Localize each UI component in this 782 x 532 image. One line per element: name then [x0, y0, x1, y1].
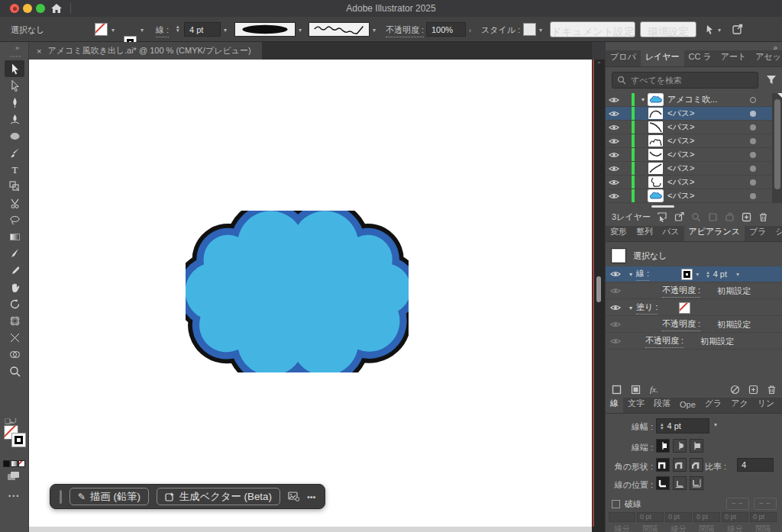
zoom-tool[interactable] — [5, 363, 24, 379]
make-mask-icon[interactable] — [674, 212, 684, 222]
tab-actions[interactable]: アク — [726, 395, 753, 413]
target-circle[interactable] — [745, 111, 761, 117]
layer-name[interactable]: <パス> — [667, 108, 745, 119]
layer-name[interactable]: <パス> — [667, 149, 745, 160]
stroke-weight-chevron[interactable]: ▾ — [736, 271, 739, 278]
layer-row[interactable]: <パス> — [606, 189, 772, 203]
select-similar-chevron[interactable]: ▾ — [718, 27, 721, 34]
close-tab-icon[interactable]: × — [37, 47, 41, 56]
pen-tool[interactable] — [5, 94, 24, 111]
tab-stroke[interactable]: 線 — [606, 395, 623, 413]
gap-field[interactable]: 0 pt — [637, 512, 664, 522]
tab-brushes[interactable]: ブラ — [745, 223, 771, 241]
preserve-dashes-button[interactable]: ╌ ╌ — [726, 498, 749, 510]
scroll-up-chevron[interactable]: ⌃ — [596, 61, 602, 68]
target-circle[interactable] — [745, 179, 761, 185]
stroke-swatch-chevron[interactable]: ▾ — [696, 271, 699, 278]
visibility-eye-icon[interactable] — [606, 270, 625, 278]
tab-align[interactable]: 整列 — [632, 223, 658, 241]
tab-artboards[interactable]: アート — [716, 48, 751, 66]
layer-name[interactable]: <パス> — [667, 190, 745, 202]
visibility-eye-icon[interactable] — [606, 151, 622, 159]
round-cap-button[interactable] — [673, 439, 687, 453]
tab-transform[interactable]: 変形 — [606, 223, 632, 241]
appearance-fill-opacity-row[interactable]: 不透明度 : 初期設定 — [606, 317, 782, 333]
gap-field[interactable]: 0 pt — [693, 512, 720, 522]
canvas-artboard[interactable]: ✎ 描画 (鉛筆) 生成ベクター (Beta) ••• — [29, 60, 592, 527]
visibility-eye-icon-dim[interactable] — [606, 321, 625, 328]
gradient-tool[interactable] — [5, 228, 24, 245]
artboard-tool[interactable] — [5, 312, 24, 329]
brush-definition-chevron[interactable]: ▾ — [373, 27, 376, 34]
screen-mode-icon[interactable] — [7, 471, 20, 482]
layers-scrollbar[interactable] — [772, 93, 782, 203]
tab-pathfinder[interactable]: パス — [658, 223, 684, 241]
align-dashes-button[interactable]: ╌ ╌ — [754, 498, 777, 510]
stroke-color-proxy[interactable] — [11, 433, 26, 447]
stroke-weight-stepper[interactable]: ▴▾ — [706, 270, 709, 278]
generate-vector-button[interactable]: 生成ベクター (Beta) — [157, 488, 280, 505]
tab-links[interactable]: リン — [753, 395, 780, 413]
canvas-scroll-thumb[interactable] — [596, 276, 601, 302]
appearance-object-opacity-row[interactable]: 不透明度 : 初期設定 — [606, 334, 782, 350]
layers-scroll-thumb[interactable] — [774, 99, 780, 189]
visibility-eye-icon[interactable] — [606, 96, 622, 104]
tab-cc-libraries[interactable]: CC ラ — [684, 48, 716, 66]
align-outside-button[interactable] — [690, 476, 703, 490]
dashed-line-checkbox[interactable] — [612, 500, 620, 508]
layer-name[interactable]: <パス> — [667, 176, 745, 188]
layer-row[interactable]: ▾ アメコミ吹... — [606, 93, 772, 107]
taskbar-drag-handle[interactable] — [60, 490, 62, 504]
selection-tool[interactable] — [5, 60, 24, 77]
color-button[interactable] — [3, 460, 10, 467]
appearance-stroke-opacity-row[interactable]: 不透明度 : 初期設定 — [606, 283, 782, 299]
weight-chevron[interactable]: ▾ — [714, 421, 717, 428]
shape-builder-tool[interactable] — [5, 178, 24, 195]
clear-appearance-icon[interactable] — [730, 385, 740, 395]
expand-chevron[interactable]: ▾ — [625, 305, 636, 311]
stroke-weight-stepper[interactable]: ▴▾ — [176, 24, 179, 32]
layers-horizontal-scroll-thumb[interactable] — [651, 205, 674, 208]
brush-definition-dropdown[interactable] — [309, 22, 370, 37]
width-profile-dropdown[interactable] — [234, 22, 296, 37]
layer-name[interactable]: <パス> — [667, 121, 745, 133]
target-circle[interactable] — [745, 138, 761, 144]
slice-tool[interactable] — [5, 329, 24, 346]
scissors-tool[interactable] — [5, 195, 24, 211]
stroke-panel-menu-icon[interactable]: ≡ — [779, 395, 782, 413]
rotate-view-tool[interactable] — [5, 295, 24, 312]
lasso-tool[interactable] — [5, 211, 24, 228]
opacity-row-label[interactable]: 不透明度 : — [662, 318, 700, 331]
knife-tool[interactable] — [5, 245, 24, 262]
dash-field[interactable] — [609, 512, 635, 522]
search-input[interactable] — [631, 74, 753, 86]
style-chevron[interactable]: ▾ — [539, 27, 542, 34]
document-tab[interactable]: × アメコミ風吹き出し.ai* @ 100 % (CMYK/プレビュー) — [29, 42, 262, 60]
hand-tool[interactable] — [5, 279, 24, 295]
fill-swatch-none[interactable] — [95, 23, 108, 36]
new-sublayer-icon[interactable] — [725, 212, 735, 222]
tab-character[interactable]: 文字 — [623, 395, 649, 413]
stroke-color-swatch[interactable] — [681, 269, 693, 280]
stroke-row-label[interactable]: 線 : — [636, 268, 649, 281]
visibility-eye-icon[interactable] — [606, 165, 622, 172]
add-new-fill-icon[interactable] — [631, 385, 641, 395]
tab-layers[interactable]: レイヤー — [641, 48, 684, 66]
miter-limit-field[interactable]: 4 — [737, 458, 774, 472]
duplicate-item-icon[interactable] — [748, 385, 758, 395]
filter-icon[interactable] — [766, 75, 777, 85]
appearance-stroke-row[interactable]: ▾ 線 : ▾ ▴▾ 4 pt ▾ — [606, 266, 782, 282]
preferences-button[interactable]: 環境設定 — [640, 21, 696, 37]
select-similar-icon[interactable] — [704, 24, 716, 35]
tab-assets[interactable]: アセッ — [751, 48, 782, 66]
delete-layer-icon[interactable] — [758, 212, 768, 222]
cloud-shape[interactable] — [186, 211, 409, 372]
stroke-weight-label[interactable]: 線 : — [156, 24, 169, 37]
fill-row-label[interactable]: 塗り : — [636, 301, 658, 314]
expand-tools-chevron[interactable]: » — [15, 44, 19, 52]
paintbrush-tool[interactable] — [5, 144, 24, 161]
appearance-fill-row[interactable]: ▾ 塗り : — [606, 300, 782, 316]
style-reference-icon[interactable] — [288, 492, 299, 501]
gap-field[interactable]: 0 pt — [750, 512, 777, 522]
tab-paragraph[interactable]: 段落 — [649, 395, 675, 413]
